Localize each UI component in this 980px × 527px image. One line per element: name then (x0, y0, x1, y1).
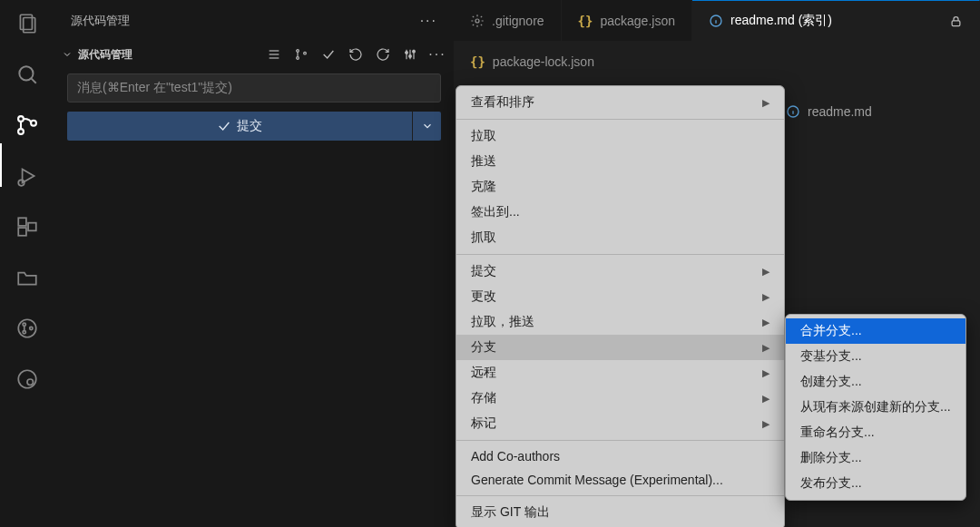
menu-label: 更改 (471, 288, 496, 305)
menu-label: 显示 GIT 输出 (471, 504, 550, 521)
commit-placeholder-text: 消息(⌘Enter 在"test1"提交) (77, 80, 232, 96)
svg-point-14 (30, 327, 33, 329)
info-icon (786, 104, 800, 119)
commit-button[interactable]: 提交 (67, 112, 412, 141)
tab-package-lock-json[interactable]: {} package-lock.json (454, 41, 611, 82)
submenu-rebase-branch[interactable]: 变基分支... (786, 344, 965, 369)
chevron-right-icon: ▶ (762, 317, 769, 328)
breadcrumb[interactable]: readme.md (786, 104, 872, 119)
submenu-rename-branch[interactable]: 重命名分支... (786, 420, 965, 445)
submenu-create-branch[interactable]: 创建分支... (786, 369, 965, 395)
sidebar-more-icon[interactable]: ··· (420, 13, 437, 29)
submenu-publish-branch[interactable]: 发布分支... (786, 471, 965, 496)
menu-generate-commit[interactable]: Generate Commit Message (Experimental)..… (456, 468, 784, 492)
settings-toggle-icon[interactable] (401, 45, 419, 63)
activity-bar (0, 0, 54, 527)
menu-pull-push[interactable]: 拉取，推送▶ (456, 309, 784, 335)
svg-rect-10 (28, 223, 36, 231)
tab-label: readme.md (索引) (730, 13, 832, 29)
checkmark-icon[interactable] (319, 45, 338, 63)
svg-point-20 (297, 50, 299, 53)
menu-label: 签出到... (471, 204, 520, 220)
commit-dropdown-button[interactable] (412, 112, 441, 141)
scm-section-title: 源代码管理 (78, 47, 132, 63)
menu-label: 分支 (471, 339, 496, 356)
menu-pull[interactable]: 拉取 (456, 123, 784, 149)
menu-remote[interactable]: 远程▶ (456, 360, 784, 385)
svg-point-27 (409, 55, 412, 58)
gitlens-icon[interactable] (15, 366, 40, 392)
menu-separator (456, 254, 784, 255)
menu-add-coauthors[interactable]: Add Co-authors (456, 444, 784, 468)
chevron-right-icon: ▶ (762, 291, 769, 303)
menu-label: 存储 (471, 390, 496, 406)
menu-label: 删除分支... (800, 450, 862, 466)
menu-label: 提交 (471, 263, 496, 279)
search-icon[interactable] (15, 62, 40, 87)
svg-point-2 (19, 66, 33, 80)
svg-line-3 (31, 78, 35, 83)
chevron-right-icon: ▶ (762, 342, 769, 354)
menu-clone[interactable]: 克隆 (456, 174, 784, 200)
explorer-icon[interactable] (15, 11, 40, 36)
tab-gitignore[interactable]: .gitignore (454, 0, 562, 41)
menu-push[interactable]: 推送 (456, 149, 784, 174)
breadcrumb-label: readme.md (808, 104, 872, 119)
run-debug-icon[interactable] (15, 163, 40, 189)
folder-activity-icon[interactable] (15, 265, 40, 290)
menu-separator (456, 440, 784, 441)
source-control-icon[interactable] (15, 112, 40, 138)
chevron-right-icon: ▶ (762, 393, 769, 405)
menu-label: Generate Commit Message (Experimental)..… (471, 473, 723, 487)
svg-point-12 (23, 323, 25, 326)
scm-more-icon[interactable]: ··· (428, 45, 446, 63)
scm-actions: ··· (265, 45, 446, 63)
commit-message-input[interactable]: 消息(⌘Enter 在"test1"提交) (67, 73, 441, 102)
svg-point-5 (18, 129, 24, 134)
svg-rect-9 (18, 228, 26, 236)
svg-point-26 (406, 52, 408, 54)
editor-tab-bar: .gitignore {} package.json readme.md (索引… (454, 0, 980, 41)
submenu-create-branch-from[interactable]: 从现有来源创建新的分支... (786, 395, 965, 420)
menu-label: 发布分支... (800, 475, 862, 492)
menu-stash[interactable]: 存储▶ (456, 385, 784, 411)
lock-icon (949, 15, 963, 28)
menu-view-sort[interactable]: 查看和排序 ▶ (456, 90, 784, 115)
submenu-delete-branch[interactable]: 删除分支... (786, 445, 965, 471)
scm-section-header[interactable]: 源代码管理 ··· (54, 41, 454, 68)
menu-separator (456, 119, 784, 120)
editor-tab-bar-row2: {} package-lock.json (454, 41, 980, 82)
menu-tag[interactable]: 标记▶ (456, 411, 784, 436)
menu-show-git-output[interactable]: 显示 GIT 输出 (456, 500, 784, 525)
commit-button-label: 提交 (237, 118, 262, 134)
view-as-tree-icon[interactable] (265, 45, 283, 63)
menu-fetch[interactable]: 抓取 (456, 225, 784, 250)
git-graph-icon[interactable] (15, 316, 40, 341)
svg-rect-33 (952, 20, 960, 25)
menu-separator (456, 495, 784, 496)
chevron-right-icon: ▶ (762, 266, 769, 278)
tab-package-json[interactable]: {} package.json (562, 0, 692, 41)
branch-action-icon[interactable] (292, 45, 310, 63)
active-indicator (0, 143, 2, 187)
menu-label: 创建分支... (800, 374, 862, 390)
menu-label: 推送 (471, 153, 496, 170)
braces-icon: {} (578, 14, 593, 28)
tab-label: .gitignore (492, 14, 544, 28)
menu-checkout[interactable]: 签出到... (456, 200, 784, 225)
svg-point-13 (23, 331, 25, 334)
svg-point-21 (297, 57, 299, 60)
tab-readme-md[interactable]: readme.md (索引) (692, 0, 980, 41)
scm-context-menu: 查看和排序 ▶ 拉取 推送 克隆 签出到... 抓取 提交▶ 更改▶ 拉取，推送… (456, 85, 785, 527)
history-icon[interactable] (347, 45, 365, 63)
menu-commit[interactable]: 提交▶ (456, 259, 784, 284)
refresh-icon[interactable] (374, 45, 392, 63)
commit-button-row: 提交 (67, 112, 441, 141)
submenu-merge-branch[interactable]: 合并分支... (786, 318, 965, 344)
chevron-right-icon: ▶ (762, 418, 769, 430)
menu-label: Add Co-authors (471, 449, 560, 464)
menu-changes[interactable]: 更改▶ (456, 284, 784, 309)
extensions-icon[interactable] (15, 214, 40, 239)
gear-icon (470, 14, 485, 28)
menu-branch[interactable]: 分支▶ (456, 335, 784, 360)
